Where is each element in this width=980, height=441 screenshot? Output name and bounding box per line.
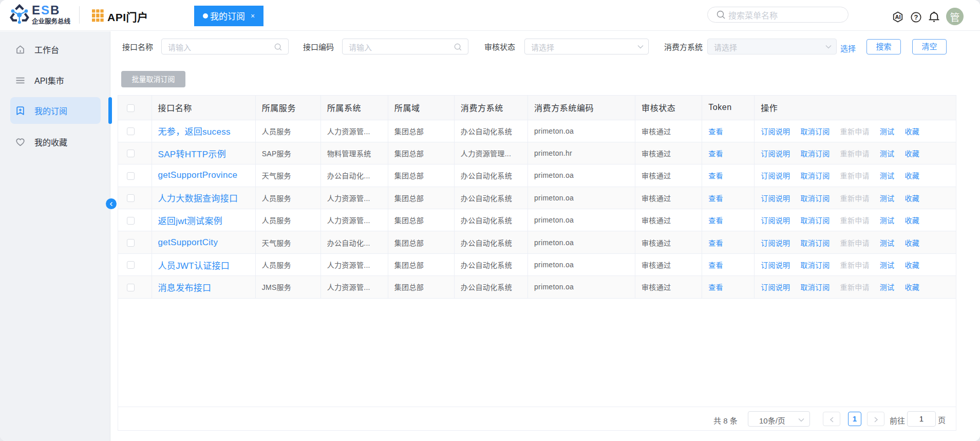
- svg-text:AI: AI: [895, 14, 901, 20]
- svg-text:?: ?: [914, 13, 918, 21]
